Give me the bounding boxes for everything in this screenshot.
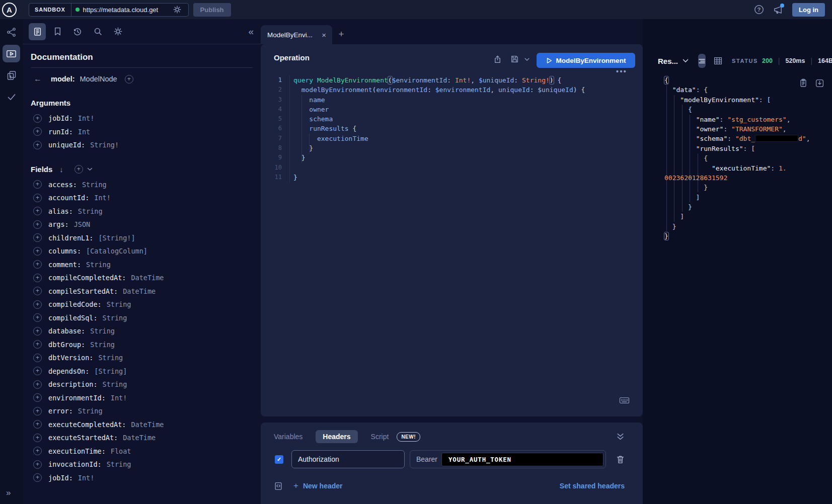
history-icon[interactable] — [69, 23, 86, 40]
response-json-body[interactable]: { "data": { "modelByEnvironment": [ { "n… — [664, 75, 810, 241]
code-token: Int! — [455, 76, 471, 84]
code-line: ] — [664, 193, 810, 202]
share-operation-icon[interactable] — [493, 55, 502, 64]
add-field-button[interactable]: + — [33, 354, 42, 362]
new-header-button[interactable]: + New header — [293, 481, 343, 491]
add-field-button[interactable]: + — [33, 287, 42, 295]
code-text: "modelByEnvironment": [ — [664, 96, 771, 104]
add-field-button[interactable]: + — [33, 274, 42, 282]
add-field-button[interactable]: + — [33, 393, 42, 402]
search-icon[interactable] — [89, 23, 106, 40]
operation-tab[interactable]: ModelByEnvi... × — [261, 25, 332, 44]
delete-header-trash-icon[interactable] — [616, 455, 625, 464]
response-title[interactable]: Res... — [658, 57, 678, 65]
run-operation-button[interactable]: ModelByEnvironment — [537, 53, 635, 68]
add-field-button[interactable]: + — [33, 194, 42, 202]
back-arrow-icon[interactable]: ← — [34, 74, 42, 83]
header-key-input[interactable]: Authorization — [291, 450, 405, 468]
add-field-button[interactable]: + — [33, 327, 42, 335]
documentation-body: Documentation ← model: ModelNode + Argum… — [23, 44, 261, 484]
add-field-button[interactable]: + — [33, 367, 42, 375]
add-field-button[interactable]: + — [33, 313, 42, 322]
endpoint-url-field[interactable]: https://metadata.cloud.get — [71, 6, 188, 14]
add-field-button[interactable]: + — [33, 127, 42, 136]
code-text: } — [293, 173, 297, 182]
query-code[interactable]: 1query ModelByEnvironment($environmentId… — [261, 75, 643, 182]
new-tab-button[interactable]: + — [335, 28, 347, 40]
chevron-down-icon[interactable] — [87, 167, 93, 171]
add-field-button[interactable]: + — [33, 407, 42, 415]
header-enabled-checkbox[interactable]: ✓ — [275, 455, 283, 464]
login-button[interactable]: Log in — [792, 3, 825, 17]
explorer-nav-icon[interactable] — [3, 45, 20, 62]
add-field-button[interactable]: + — [33, 300, 42, 309]
sort-fields-icon[interactable]: ↓ — [59, 165, 63, 174]
add-field-button[interactable]: + — [33, 114, 42, 123]
code-token — [293, 135, 317, 142]
field-name: description: — [48, 380, 98, 388]
field-type: JSON — [74, 220, 91, 228]
operation-editor[interactable]: 1query ModelByEnvironment($environmentId… — [261, 75, 643, 401]
documentation-tab-icon[interactable] — [29, 23, 46, 40]
tab-variables[interactable]: Variables — [274, 433, 302, 441]
field-type: [String!] — [98, 234, 135, 242]
add-field-button[interactable]: + — [33, 247, 42, 256]
table-view-button[interactable] — [714, 57, 722, 65]
field-type: Int — [78, 128, 90, 136]
code-token: : — [447, 76, 455, 84]
connection-settings-gear-icon[interactable] — [173, 6, 181, 14]
add-field-button[interactable]: + — [33, 141, 42, 149]
connection-status-dot — [75, 8, 80, 12]
tab-script[interactable]: Script — [371, 433, 389, 441]
auth-token-value[interactable]: YOUR_AUTH_TOKEN — [441, 453, 603, 466]
code-token — [664, 125, 696, 133]
save-operation-icon[interactable] — [510, 55, 519, 63]
add-fields-button[interactable]: + — [74, 165, 83, 174]
bookmark-icon[interactable] — [49, 23, 66, 40]
add-field-button[interactable]: + — [33, 260, 42, 269]
add-field-button[interactable]: + — [33, 460, 42, 469]
add-field-button[interactable]: + — [33, 473, 42, 482]
formatted-view-button[interactable] — [698, 54, 706, 68]
help-icon[interactable]: ? — [754, 5, 764, 15]
add-field-button[interactable]: + — [33, 180, 42, 189]
add-field-button[interactable]: + — [33, 220, 42, 229]
add-field-button[interactable]: + — [33, 447, 42, 455]
set-shared-headers-link[interactable]: Set shared headers — [560, 482, 625, 490]
redacted-value — [755, 135, 798, 142]
close-tab-icon[interactable]: × — [321, 31, 327, 39]
keyboard-shortcuts-icon[interactable] — [619, 396, 630, 404]
breadcrumb-type[interactable]: ModelNode — [80, 75, 117, 83]
code-line: 7 executionTime — [261, 134, 643, 143]
add-field-button[interactable]: + — [33, 207, 42, 215]
changelog-nav-icon[interactable] — [3, 66, 20, 84]
apollo-logo-icon[interactable]: A — [2, 3, 17, 17]
collapse-panel-icon[interactable]: « — [248, 26, 254, 37]
expand-rail-icon[interactable]: » — [6, 488, 11, 498]
publish-button[interactable]: Publish — [193, 3, 231, 17]
field-name: accountId: — [48, 194, 89, 202]
collapse-section-icon[interactable] — [616, 433, 625, 441]
schema-settings-gear-icon[interactable] — [109, 23, 126, 40]
add-field-button[interactable]: + — [33, 233, 42, 242]
field-type: [CatalogColumn] — [86, 247, 147, 255]
announcements-megaphone-icon[interactable] — [773, 5, 783, 15]
field-type: DateTime — [131, 421, 164, 429]
add-field-button[interactable]: + — [33, 420, 42, 429]
more-options-icon[interactable]: ••• — [616, 67, 627, 75]
field-name: uniqueId: — [48, 141, 85, 149]
download-response-icon[interactable] — [815, 78, 824, 88]
add-field-button[interactable]: + — [33, 380, 42, 389]
add-field-button[interactable]: + — [33, 434, 42, 442]
response-dropdown-chevron-icon[interactable] — [683, 59, 689, 63]
tab-headers[interactable]: Headers — [316, 430, 357, 443]
save-options-chevron-icon[interactable] — [524, 58, 530, 61]
add-field-button[interactable]: + — [33, 340, 42, 349]
endpoint-url[interactable]: https://metadata.cloud.get — [83, 6, 170, 14]
sandbox-badge: SANDBOX — [29, 4, 71, 16]
checks-nav-icon[interactable] — [3, 88, 20, 106]
schema-graph-nav-icon[interactable] — [3, 23, 20, 41]
edit-as-text-icon[interactable] — [274, 482, 282, 490]
header-value-input[interactable]: Bearer YOUR_AUTH_TOKEN — [410, 450, 606, 468]
add-all-fields-button[interactable]: + — [125, 75, 133, 83]
